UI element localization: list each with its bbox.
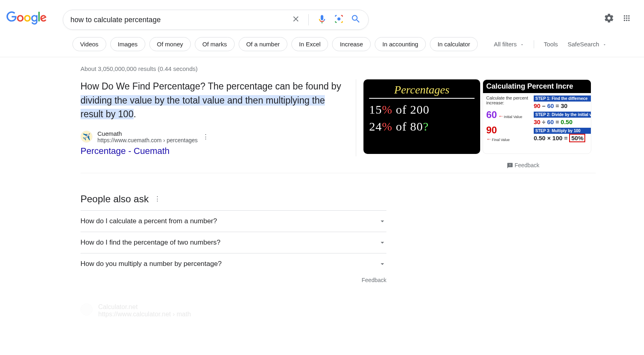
tools-button[interactable]: Tools: [544, 41, 558, 48]
featured-images: Percentages 15% of 200 24% of 80? Calcul…: [356, 79, 591, 156]
mic-icon[interactable]: [317, 14, 327, 26]
site-url: https://www.calculator.net › math: [98, 311, 191, 318]
divider: [308, 14, 309, 25]
filter-row: Videos Images Of money Of marks Of a num…: [0, 30, 644, 57]
site-favicon: [80, 303, 93, 316]
apps-icon[interactable]: [622, 14, 631, 24]
chip-of-a-number[interactable]: Of a number: [239, 37, 287, 51]
site-url: https://www.cuemath.com › percentages: [97, 137, 198, 143]
chevron-down-icon: [378, 260, 386, 268]
svg-point-0: [337, 17, 341, 21]
site-favicon: ✈️: [80, 131, 93, 143]
chip-in-excel[interactable]: In Excel: [291, 37, 328, 51]
clear-icon[interactable]: [291, 15, 300, 25]
chip-in-accounting[interactable]: In accounting: [375, 37, 426, 51]
search-input[interactable]: [70, 16, 291, 24]
chip-increase[interactable]: Increase: [332, 37, 371, 51]
site-name: Cuemath: [97, 130, 198, 137]
faded-result: Calculator.net https://www.calculator.ne…: [80, 303, 644, 318]
thumbnail-2[interactable]: Calculating Percent Incre Calculate the …: [483, 79, 591, 154]
chip-in-calculator[interactable]: In calculator: [430, 37, 478, 51]
lens-icon[interactable]: [334, 14, 344, 26]
google-logo[interactable]: [6, 11, 47, 27]
paa-item[interactable]: How do I calculate a percent from a numb…: [80, 210, 386, 232]
paa-item[interactable]: How do I find the percentage of two numb…: [80, 232, 386, 253]
result-title-link[interactable]: Percentage - Cuemath: [80, 146, 346, 156]
chip-of-money[interactable]: Of money: [149, 37, 191, 51]
chip-videos[interactable]: Videos: [72, 37, 106, 51]
chip-of-marks[interactable]: Of marks: [195, 37, 235, 51]
all-filters-button[interactable]: All filters: [494, 41, 524, 48]
featured-snippet-text: How Do We Find Percentage? The percentag…: [80, 79, 346, 121]
divider: [534, 40, 534, 48]
people-also-ask-title: People also ask: [80, 193, 149, 205]
thumbnail-1[interactable]: Percentages 15% of 200 24% of 80?: [363, 79, 480, 154]
search-bar: [63, 10, 369, 30]
feedback-link[interactable]: Feedback: [80, 156, 596, 173]
result-stats: About 3,050,000,000 results (0.44 second…: [80, 65, 644, 72]
search-icon[interactable]: [351, 14, 361, 26]
chevron-down-icon: [378, 239, 386, 247]
chip-images[interactable]: Images: [110, 37, 145, 51]
settings-icon[interactable]: [604, 13, 614, 25]
feedback-link[interactable]: Feedback: [80, 277, 386, 283]
paa-item[interactable]: How do you multiply a number by percenta…: [80, 253, 386, 274]
more-icon[interactable]: ⋮: [202, 133, 209, 141]
site-name: Calculator.net: [98, 303, 191, 311]
chevron-down-icon: [378, 217, 386, 225]
more-icon[interactable]: ⋮: [154, 195, 161, 203]
safesearch-button[interactable]: SafeSearch: [568, 41, 607, 48]
